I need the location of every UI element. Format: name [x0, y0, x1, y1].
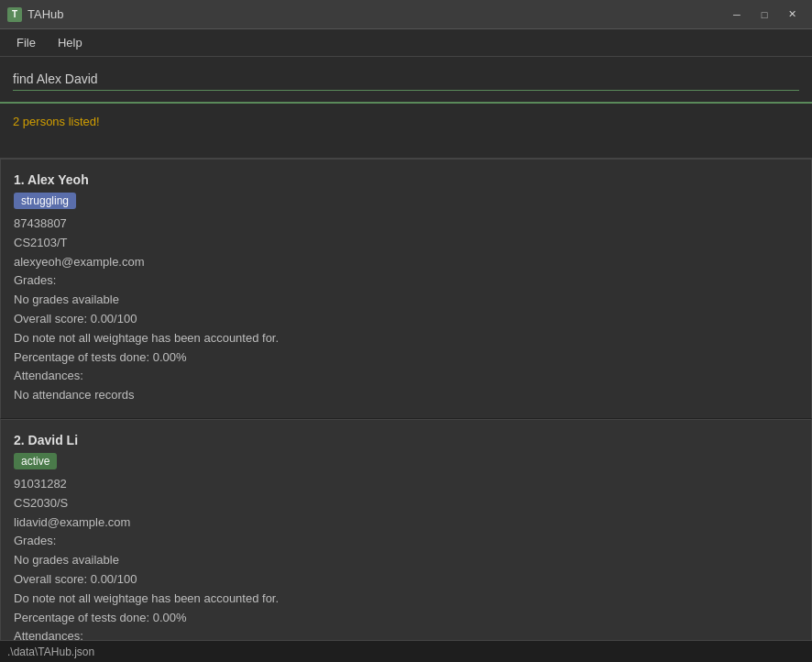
- person-detail-2: 91031282 CS2030/S lidavid@example.com Gr…: [14, 475, 798, 640]
- percentage-tests-1: Percentage of tests done: 0.00%: [14, 348, 798, 368]
- status-badge-2: active: [14, 453, 57, 469]
- persons-list: 1. Alex Yeoh struggling 87438807 CS2103/…: [0, 159, 812, 640]
- grades-label-1: Grades:: [14, 271, 798, 291]
- attendances-label-1: Attendances:: [14, 367, 798, 386]
- menu-help[interactable]: Help: [49, 32, 92, 53]
- phone-2: 91031282: [14, 475, 798, 494]
- minimize-button[interactable]: ─: [724, 5, 750, 25]
- email-1: alexyeoh@example.com: [14, 253, 798, 272]
- person-card-2: 2. David Li active 91031282 CS2030/S lid…: [0, 419, 812, 640]
- search-input[interactable]: [13, 68, 799, 91]
- search-area: [0, 57, 812, 104]
- status-path: .\data\TAHub.json: [7, 645, 94, 658]
- menu-bar: File Help: [0, 29, 812, 57]
- attendances-value-1: No attendance records: [14, 386, 798, 405]
- title-bar-left: T TAHub: [7, 7, 64, 22]
- app-title: TAHub: [27, 7, 64, 21]
- results-count: 2 persons listed!: [13, 115, 100, 128]
- course-2: CS2030/S: [14, 494, 798, 513]
- menu-file[interactable]: File: [7, 32, 45, 53]
- person-name-2: 2. David Li: [14, 433, 798, 447]
- person-name-1: 1. Alex Yeoh: [14, 172, 798, 187]
- grades-value-1: No grades available: [14, 291, 798, 310]
- person-card-1: 1. Alex Yeoh struggling 87438807 CS2103/…: [0, 159, 812, 419]
- status-badge-1: struggling: [14, 193, 76, 209]
- maximize-button[interactable]: □: [752, 5, 777, 25]
- course-1: CS2103/T: [14, 234, 798, 253]
- percentage-tests-2: Percentage of tests done: 0.00%: [14, 609, 798, 628]
- person-detail-1: 87438807 CS2103/T alexyeoh@example.com G…: [14, 215, 798, 405]
- overall-score-2: Overall score: 0.00/100: [14, 570, 798, 590]
- overall-score-1: Overall score: 0.00/100: [14, 310, 798, 329]
- email-2: lidavid@example.com: [14, 513, 798, 533]
- status-bar: .\data\TAHub.json: [0, 640, 812, 662]
- app-icon: T: [7, 7, 22, 22]
- close-button[interactable]: ✕: [779, 5, 805, 25]
- phone-1: 87438807: [14, 215, 798, 234]
- attendances-label-2: Attendances:: [14, 627, 798, 640]
- results-area: 2 persons listed!: [0, 104, 812, 159]
- weightage-note-1: Do note not all weightage has been accou…: [14, 329, 798, 348]
- grades-label-2: Grades:: [14, 532, 798, 551]
- title-bar: T TAHub ─ □ ✕: [0, 0, 812, 29]
- window-controls: ─ □ ✕: [724, 5, 805, 25]
- grades-value-2: No grades available: [14, 551, 798, 570]
- weightage-note-2: Do note not all weightage has been accou…: [14, 590, 798, 609]
